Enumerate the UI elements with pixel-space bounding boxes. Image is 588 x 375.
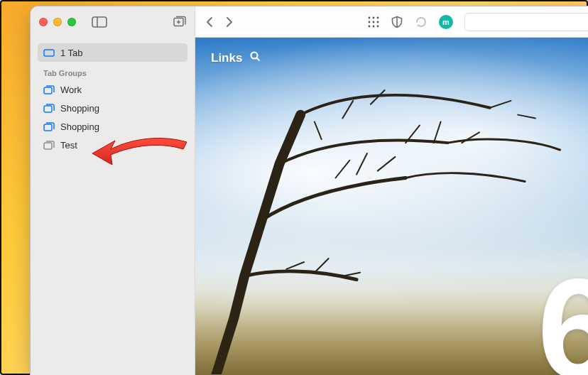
zoom-window-button[interactable]: [67, 18, 76, 26]
svg-point-9: [373, 21, 375, 23]
tab-group-icon: [43, 122, 55, 131]
sidebar-item-work[interactable]: Work: [38, 80, 187, 99]
links-row[interactable]: Links: [211, 50, 261, 65]
svg-point-11: [369, 25, 371, 27]
sidebar-current-tab[interactable]: 1 Tab: [38, 43, 187, 62]
sidebar: 1 Tab Tab Groups Work Shopping: [31, 38, 195, 375]
sidebar-section-tab-groups: Tab Groups: [38, 62, 187, 80]
sidebar-item-label: Shopping: [60, 103, 99, 114]
svg-point-12: [373, 25, 375, 27]
forward-button[interactable]: [225, 16, 234, 28]
avatar-initial: m: [442, 18, 450, 26]
url-field[interactable]: [464, 13, 588, 31]
sidebar-item-test[interactable]: Test: [38, 136, 187, 154]
svg-rect-19: [44, 143, 52, 149]
svg-rect-17: [44, 106, 52, 112]
search-icon[interactable]: [249, 50, 261, 65]
svg-line-21: [257, 58, 260, 61]
start-page-grid-icon[interactable]: [368, 16, 379, 28]
svg-rect-0: [92, 17, 107, 27]
ground-shadow: [195, 290, 588, 375]
close-window-button[interactable]: [39, 18, 48, 26]
new-tab-group-icon[interactable]: [172, 16, 186, 28]
sidebar-item-label: Shopping: [60, 121, 99, 132]
sidebar-current-tab-label: 1 Tab: [60, 48, 83, 58]
links-label: Links: [211, 51, 242, 65]
sidebar-titlebar: [31, 6, 195, 38]
sidebar-item-shopping-2[interactable]: Shopping: [38, 117, 187, 136]
safari-window: m 1 Tab Tab Groups Work: [30, 6, 588, 375]
start-page: 6 Links: [195, 38, 588, 375]
svg-rect-15: [44, 50, 54, 56]
start-page-big-glyph: 6: [538, 247, 588, 375]
svg-point-10: [377, 21, 379, 23]
toolbar-right-tools: m: [368, 13, 578, 31]
sidebar-toggle-icon[interactable]: [92, 16, 107, 28]
tab-group-icon: [43, 104, 55, 113]
profile-avatar[interactable]: m: [439, 15, 453, 29]
svg-point-6: [373, 16, 375, 18]
sidebar-item-label: Test: [60, 140, 77, 151]
sidebar-item-shopping-1[interactable]: Shopping: [38, 99, 187, 117]
svg-rect-18: [44, 124, 52, 131]
traffic-lights: [39, 18, 76, 26]
svg-point-7: [377, 16, 379, 18]
desktop-wallpaper: m 1 Tab Tab Groups Work: [0, 0, 588, 375]
minimize-window-button[interactable]: [53, 18, 62, 26]
main-titlebar: m: [195, 13, 588, 31]
refresh-icon[interactable]: [415, 16, 428, 28]
back-button[interactable]: [205, 16, 214, 28]
svg-point-8: [369, 21, 371, 23]
tab-group-icon: [43, 141, 55, 150]
svg-point-13: [377, 25, 379, 27]
sidebar-item-label: Work: [60, 85, 82, 95]
privacy-shield-icon[interactable]: [391, 16, 403, 28]
nav-arrows: [205, 16, 234, 28]
window-titlebar: m: [31, 6, 588, 38]
tab-group-icon: [43, 85, 55, 94]
svg-point-5: [369, 16, 371, 18]
tab-rect-icon: [43, 49, 55, 57]
svg-rect-16: [44, 87, 52, 94]
